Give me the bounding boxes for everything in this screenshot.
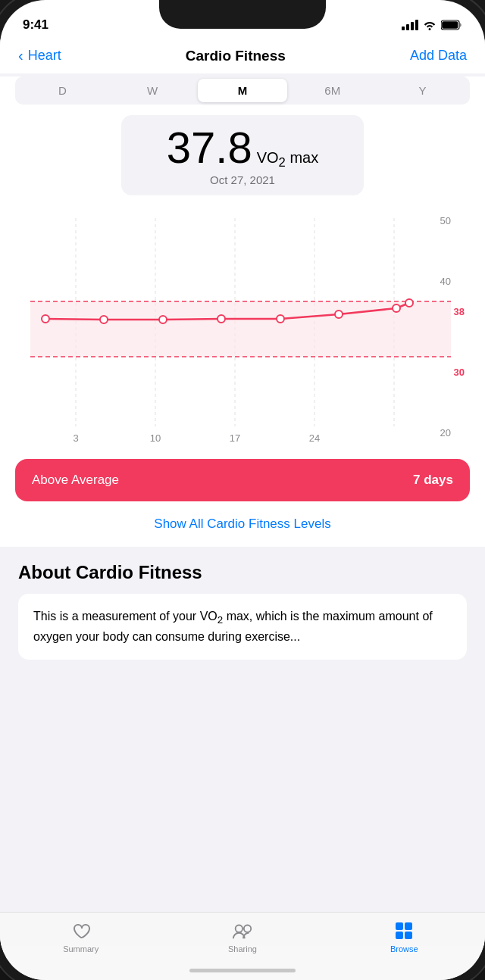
svg-text:40: 40 — [440, 276, 451, 287]
chevron-left-icon: ‹ — [18, 47, 23, 64]
time-segment-control: D W M 6M Y — [15, 76, 470, 105]
svg-point-17 — [100, 316, 108, 323]
back-button[interactable]: ‹ Heart — [18, 47, 61, 64]
svg-point-22 — [393, 304, 400, 312]
chart-area: 50 40 38 30 20 — [15, 203, 470, 445]
svg-rect-33 — [405, 932, 412, 939]
heart-icon — [70, 920, 92, 941]
value-card: 37.8 VO2 max Oct 27, 2021 — [121, 115, 364, 195]
svg-point-16 — [42, 315, 49, 323]
status-time: 9:41 — [23, 17, 48, 33]
value-date: Oct 27, 2021 — [139, 173, 346, 186]
signal-icon — [402, 20, 418, 30]
show-all-link[interactable]: Show All Cardio Fitness Levels — [0, 510, 485, 547]
svg-point-28 — [236, 925, 242, 932]
segment-d[interactable]: D — [17, 79, 108, 102]
above-avg-label: Above Average — [32, 473, 119, 488]
segment-6m[interactable]: 6M — [287, 79, 377, 102]
status-icons — [402, 20, 462, 30]
value-display: 37.8 VO2 max Oct 27, 2021 — [15, 115, 470, 195]
about-text: This is a measurement of your VO2 max, w… — [33, 607, 452, 646]
svg-text:10: 10 — [150, 432, 161, 444]
segment-y[interactable]: Y — [377, 79, 468, 102]
svg-text:50: 50 — [440, 215, 451, 226]
svg-point-19 — [217, 315, 225, 323]
show-all-text: Show All Cardio Fitness Levels — [154, 517, 330, 531]
svg-rect-31 — [405, 922, 412, 930]
about-title: About Cardio Fitness — [18, 562, 467, 583]
svg-text:20: 20 — [440, 427, 451, 439]
svg-text:38: 38 — [454, 306, 465, 317]
svg-text:24: 24 — [309, 432, 320, 444]
tab-sharing-label: Sharing — [228, 944, 257, 953]
segment-w[interactable]: W — [108, 79, 198, 102]
tab-summary[interactable]: Summary — [0, 920, 161, 953]
above-average-banner[interactable]: Above Average 7 days — [15, 459, 470, 501]
value-main: 37.8 VO2 max — [139, 126, 346, 170]
svg-rect-30 — [396, 922, 403, 930]
phone-frame: 9:41 ‹ Heart Cardio Fitness Add Data — [0, 0, 485, 980]
browse-icon — [393, 920, 415, 941]
svg-text:30: 30 — [454, 367, 465, 378]
above-avg-days: 7 days — [413, 473, 453, 488]
tab-browse[interactable]: Browse — [324, 920, 485, 953]
vo2-value: 37.8 — [167, 126, 252, 170]
svg-rect-32 — [396, 932, 403, 939]
about-section: About Cardio Fitness This is a measureme… — [0, 547, 485, 669]
add-data-button[interactable]: Add Data — [410, 48, 467, 64]
svg-point-23 — [405, 299, 413, 307]
segment-m[interactable]: M — [198, 79, 288, 102]
tab-sharing[interactable]: Sharing — [161, 920, 323, 953]
svg-text:3: 3 — [73, 432, 78, 444]
sharing-icon — [232, 920, 253, 941]
page-title: Cardio Fitness — [186, 48, 286, 64]
vo2-unit: VO2 max — [257, 149, 319, 170]
home-indicator — [189, 969, 296, 972]
content-area: D W M 6M Y 37.8 VO2 max Oct 27, 2021 — [0, 73, 485, 946]
nav-header: ‹ Heart Cardio Fitness Add Data — [0, 39, 485, 73]
about-card: This is a measurement of your VO2 max, w… — [18, 594, 467, 660]
tab-browse-label: Browse — [390, 944, 418, 953]
cardio-chart: 50 40 38 30 20 — [15, 203, 470, 445]
svg-text:17: 17 — [230, 432, 240, 444]
svg-point-29 — [244, 925, 251, 932]
content-inner: D W M 6M Y 37.8 VO2 max Oct 27, 2021 — [0, 76, 485, 547]
wifi-icon — [423, 20, 436, 30]
battery-icon — [441, 20, 462, 30]
back-label: Heart — [28, 48, 61, 64]
notch — [159, 0, 326, 29]
svg-point-21 — [335, 311, 343, 318]
tab-summary-label: Summary — [63, 944, 99, 953]
svg-point-20 — [277, 315, 284, 323]
svg-point-18 — [159, 316, 167, 323]
svg-rect-1 — [442, 21, 458, 29]
